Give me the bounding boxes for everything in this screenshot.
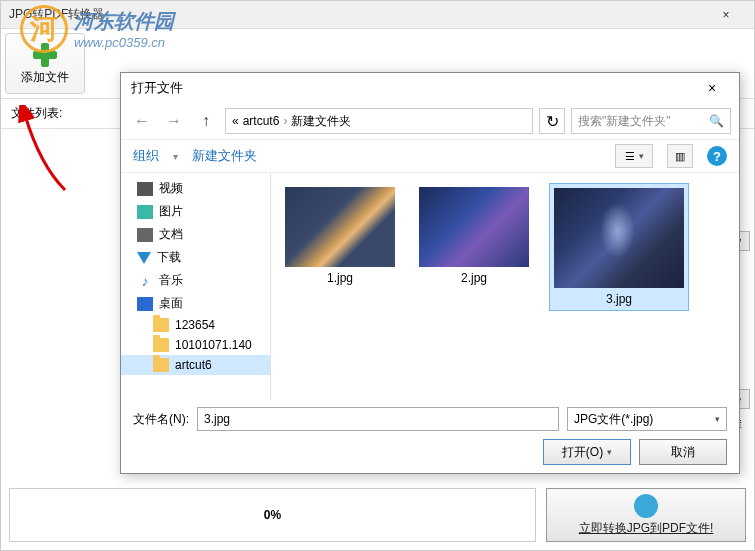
sidebar-item-desktop[interactable]: 桌面	[121, 292, 270, 315]
nav-up-button[interactable]: ↑	[193, 108, 219, 134]
bottom-bar: 0% 立即转换JPG到PDF文件!	[1, 480, 754, 550]
breadcrumb-sep: ›	[283, 114, 287, 128]
file-name: 2.jpg	[461, 271, 487, 285]
dialog-footer: 文件名(N): JPG文件(*.jpg) ▾ 打开(O)▾ 取消	[121, 399, 739, 473]
chevron-down-icon: ▾	[607, 447, 612, 457]
nav-forward-button[interactable]: →	[161, 108, 187, 134]
red-arrow-annotation	[10, 105, 80, 195]
dialog-title: 打开文件	[131, 79, 695, 97]
dialog-close-button[interactable]: ×	[695, 76, 729, 100]
search-placeholder: 搜索"新建文件夹"	[578, 113, 709, 130]
music-icon: ♪	[137, 274, 153, 288]
progress-text: 0%	[264, 508, 281, 522]
dialog-toolbar: 组织 ▾ 新建文件夹 ☰▾ ▥ ?	[121, 139, 739, 173]
file-pane: 1.jpg 2.jpg 3.jpg	[271, 173, 739, 399]
app-close-button[interactable]: ×	[706, 2, 746, 28]
convert-button[interactable]: 立即转换JPG到PDF文件!	[546, 488, 746, 542]
sidebar-item-123654[interactable]: 123654	[121, 315, 270, 335]
convert-label: 立即转换JPG到PDF文件!	[579, 520, 714, 537]
desktop-icon	[137, 297, 153, 311]
organize-menu[interactable]: 组织	[133, 147, 159, 165]
progress-bar: 0%	[9, 488, 536, 542]
add-file-button[interactable]: 添加文件	[5, 33, 85, 94]
app-titlebar: JPG转PDF转换器 ×	[1, 1, 754, 29]
dialog-titlebar: 打开文件 ×	[121, 73, 739, 103]
file-item-2jpg[interactable]: 2.jpg	[415, 183, 533, 289]
plus-icon	[27, 41, 63, 69]
file-name: 1.jpg	[327, 271, 353, 285]
nav-back-button[interactable]: ←	[129, 108, 155, 134]
sidebar-item-video[interactable]: 视频	[121, 177, 270, 200]
pictures-icon	[137, 205, 153, 219]
view-icon: ☰	[625, 150, 635, 163]
view-mode-button[interactable]: ☰▾	[615, 144, 653, 168]
convert-icon	[634, 494, 658, 518]
downloads-icon	[137, 252, 151, 264]
filename-input[interactable]	[197, 407, 559, 431]
sidebar-item-documents[interactable]: 文档	[121, 223, 270, 246]
file-open-dialog: 打开文件 × ← → ↑ « artcut6 › 新建文件夹 ↻ 搜索"新建文件…	[120, 72, 740, 474]
cancel-button[interactable]: 取消	[639, 439, 727, 465]
filename-label: 文件名(N):	[133, 411, 189, 428]
preview-pane-button[interactable]: ▥	[667, 144, 693, 168]
refresh-button[interactable]: ↻	[539, 108, 565, 134]
sidebar-item-artcut6[interactable]: artcut6	[121, 355, 270, 375]
sidebar-item-music[interactable]: ♪音乐	[121, 269, 270, 292]
sidebar-item-pictures[interactable]: 图片	[121, 200, 270, 223]
folder-icon	[153, 318, 169, 332]
search-icon: 🔍	[709, 114, 724, 128]
video-icon	[137, 182, 153, 196]
breadcrumb[interactable]: « artcut6 › 新建文件夹	[225, 108, 533, 134]
breadcrumb-seg-newfolder[interactable]: 新建文件夹	[291, 113, 351, 130]
help-button[interactable]: ?	[707, 146, 727, 166]
dialog-body: 视频 图片 文档 下载 ♪音乐 桌面 123654 10101071.140 a…	[121, 173, 739, 399]
breadcrumb-seg-artcut6[interactable]: artcut6	[243, 114, 280, 128]
chevron-down-icon: ▾	[715, 414, 720, 424]
folder-icon	[153, 358, 169, 372]
organize-dropdown-icon: ▾	[173, 151, 178, 162]
search-input[interactable]: 搜索"新建文件夹" 🔍	[571, 108, 731, 134]
new-folder-button[interactable]: 新建文件夹	[192, 147, 257, 165]
thumbnail-2jpg	[419, 187, 529, 267]
file-item-3jpg[interactable]: 3.jpg	[549, 183, 689, 311]
documents-icon	[137, 228, 153, 242]
thumbnail-3jpg	[554, 188, 684, 288]
breadcrumb-prefix: «	[232, 114, 239, 128]
thumbnail-1jpg	[285, 187, 395, 267]
sidebar-item-10101071[interactable]: 10101071.140	[121, 335, 270, 355]
file-type-filter[interactable]: JPG文件(*.jpg) ▾	[567, 407, 727, 431]
add-file-label: 添加文件	[21, 69, 69, 86]
app-title: JPG转PDF转换器	[9, 6, 706, 23]
dialog-nav: ← → ↑ « artcut6 › 新建文件夹 ↻ 搜索"新建文件夹" 🔍	[121, 103, 739, 139]
sidebar-item-downloads[interactable]: 下载	[121, 246, 270, 269]
open-button[interactable]: 打开(O)▾	[543, 439, 631, 465]
file-name: 3.jpg	[606, 292, 632, 306]
folder-tree: 视频 图片 文档 下载 ♪音乐 桌面 123654 10101071.140 a…	[121, 173, 271, 399]
filter-label: JPG文件(*.jpg)	[574, 411, 653, 428]
file-item-1jpg[interactable]: 1.jpg	[281, 183, 399, 289]
folder-icon	[153, 338, 169, 352]
